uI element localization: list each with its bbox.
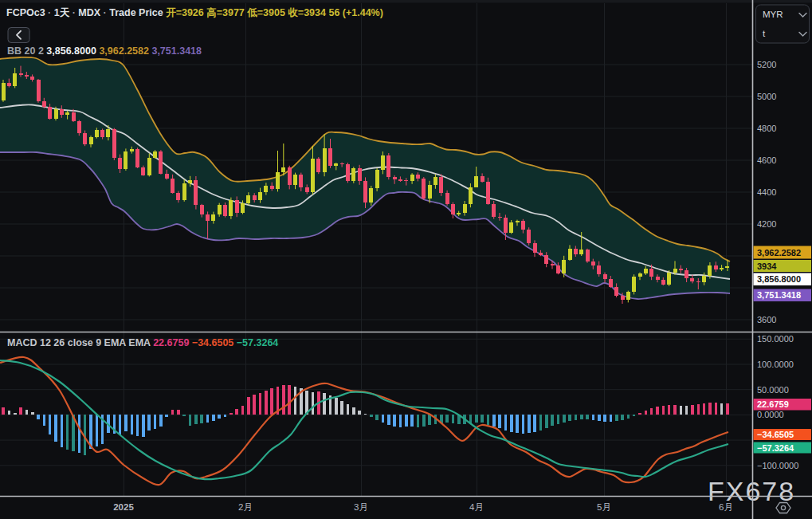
svg-text:150.0000: 150.0000 — [757, 334, 794, 344]
svg-text:4800: 4800 — [757, 124, 776, 133]
svg-text:4400: 4400 — [757, 187, 776, 197]
svg-text:0.0000: 0.0000 — [757, 410, 784, 419]
svg-text:2025: 2025 — [113, 502, 134, 512]
svg-text:3,856.8000: 3,856.8000 — [757, 274, 801, 284]
svg-text:50.0000: 50.0000 — [757, 385, 789, 395]
svg-text:2月: 2月 — [238, 502, 253, 512]
svg-text:3934: 3934 — [757, 261, 777, 271]
svg-text:BB 20 2 3,856.8000 3,962.258: BB 20 2 3,856.8000 3,962.2582 3,751.3418 — [7, 45, 202, 57]
svg-text:FCPOc3 · 1天 · MDX · Trade Pric: FCPOc3 · 1天 · MDX · Trade Price 开=3926 高… — [6, 7, 383, 18]
svg-text:5200: 5200 — [757, 60, 776, 69]
svg-text:4600: 4600 — [757, 155, 776, 165]
svg-text:100.0000: 100.0000 — [757, 360, 794, 369]
svg-text:−100.0000: −100.0000 — [757, 461, 798, 470]
svg-text:6月: 6月 — [719, 502, 733, 512]
svg-text:3月: 3月 — [354, 502, 368, 512]
svg-text:4200: 4200 — [757, 219, 776, 229]
svg-text:5000: 5000 — [757, 92, 776, 101]
svg-text:−34.6505: −34.6505 — [757, 430, 794, 439]
svg-text:5月: 5月 — [597, 502, 611, 512]
svg-text:3600: 3600 — [757, 315, 776, 324]
svg-text:MYR: MYR — [763, 10, 783, 19]
svg-text:3,962.2582: 3,962.2582 — [757, 248, 801, 258]
svg-text:−57.3264: −57.3264 — [757, 443, 794, 453]
svg-text:3,751.3418: 3,751.3418 — [757, 290, 801, 300]
svg-text:MACD 12 26 close 9 EMA EMA 22: MACD 12 26 close 9 EMA EMA 22.6759 −34.6… — [7, 337, 278, 348]
svg-text:22.6759: 22.6759 — [757, 399, 789, 409]
svg-text:4月: 4月 — [469, 502, 484, 512]
